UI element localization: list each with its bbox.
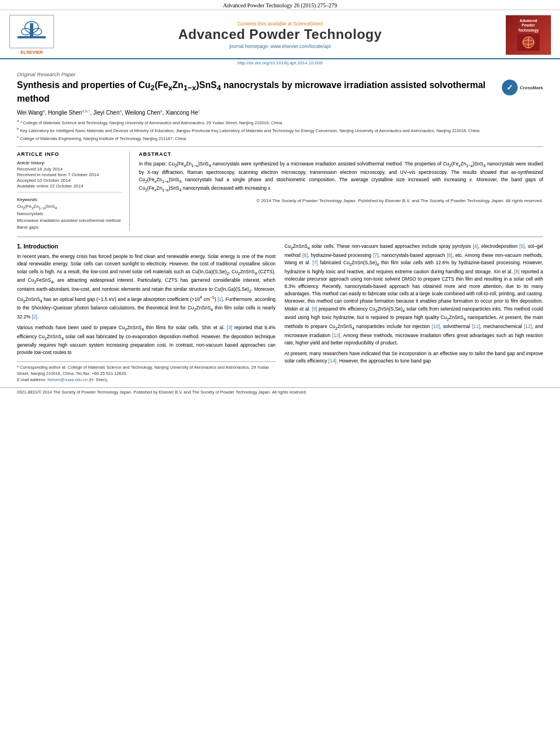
svg-rect-1	[30, 23, 33, 36]
keyword-3: Microwave irradiation assisted solvother…	[17, 217, 123, 224]
article-info-panel: ARTICLE INFO Article history: Received 1…	[17, 151, 130, 231]
journal-ref: Advanced Powder Technology 26 (2015) 275…	[223, 2, 337, 8]
abstract-text: In this paper, Cu2(FexZn1−x)SnS4 nanocry…	[139, 160, 543, 194]
doi-bar[interactable]: http://dx.doi.org/10.1016/j.apt.2014.10.…	[0, 59, 560, 67]
affiliation-b: b Key Laboratory for Intelligent Nano Ma…	[17, 126, 543, 134]
elsevier-logo: ELSEVIER	[9, 15, 54, 55]
section1-right-para1: Cu2ZnSnS4 solar cells. These non-vacuum …	[285, 243, 543, 347]
journal-logo-right: AdvancedPowderTechnology	[506, 15, 551, 55]
bottom-bar: 0921-8831/© 2014 The Society of Powder T…	[0, 387, 560, 396]
svg-rect-0	[18, 36, 46, 38]
history-label: Article history:	[17, 160, 123, 165]
abstract-panel: ABSTRACT In this paper, Cu2(FexZn1−x)SnS…	[139, 151, 543, 231]
body-two-col: 1. Introduction In recent years, the ene…	[17, 243, 543, 383]
keyword-1: Cu2(FexZn1−x)SnS4	[17, 203, 123, 211]
affiliation-c: c College of Materials Engineering, Nanj…	[17, 134, 543, 142]
keyword-2: Nanocrystals	[17, 211, 123, 217]
accepted-date: Accepted 10 October 2014	[17, 178, 123, 183]
keyword-4: Band gaps	[17, 224, 123, 231]
crossmark-icon: ✓	[502, 80, 518, 95]
online-date: Available online 22 October 2014	[17, 184, 123, 189]
journal-header: ELSEVIER Contents lists available at Sci…	[0, 10, 560, 59]
journal-center: Contents lists available at ScienceDirec…	[54, 21, 506, 49]
body-right-col: Cu2ZnSnS4 solar cells. These non-vacuum …	[285, 243, 543, 383]
issn-text: 0921-8831/© 2014 The Society of Powder T…	[17, 390, 307, 395]
svg-point-4	[33, 28, 42, 35]
received-date: Received 18 July 2014	[17, 167, 123, 172]
content-area: Original Research Paper Synthesis and pr…	[0, 67, 560, 387]
article-info-abstract: ARTICLE INFO Article history: Received 1…	[17, 146, 543, 231]
body-left-col: 1. Introduction In recent years, the ene…	[17, 243, 275, 383]
journal-homepage: journal homepage: www.elsevier.com/locat…	[54, 43, 506, 49]
elsevier-box	[9, 15, 54, 49]
section-divider	[17, 237, 543, 237]
top-bar: Advanced Powder Technology 26 (2015) 275…	[0, 0, 560, 10]
journal-title: Advanced Powder Technology	[54, 27, 506, 42]
sciencedirect-link: Contents lists available at ScienceDirec…	[54, 21, 506, 27]
elsevier-label: ELSEVIER	[20, 50, 43, 55]
article-type: Original Research Paper	[17, 71, 543, 77]
keywords-label: Keywords:	[17, 197, 123, 202]
keywords-section: Keywords: Cu2(FexZn1−x)SnS4 Nanocrystals…	[17, 197, 123, 231]
footnote-email: E-mail address: hlshen@nuaa.edu.cn (H. S…	[17, 377, 275, 383]
footnote-corresponding: * Corresponding author at: College of Ma…	[17, 364, 275, 377]
title-row: Synthesis and properties of Cu2(FexZn1−x…	[17, 80, 543, 109]
footnote-divider	[17, 361, 275, 362]
crossmark-label: CrossMark	[520, 85, 543, 90]
svg-text:✓: ✓	[506, 84, 513, 92]
journal-logo-text: AdvancedPowderTechnology	[518, 19, 539, 33]
affiliations: a ᵃ College of Materials Science and Tec…	[17, 119, 543, 142]
section1-para2: Various methods have been used to prepar…	[17, 324, 275, 357]
section1-heading: 1. Introduction	[17, 243, 275, 250]
affiliation-a: a ᵃ College of Materials Science and Tec…	[17, 119, 543, 126]
article-info-heading: ARTICLE INFO	[17, 151, 123, 157]
section1-para1: In recent years, the energy crisis has f…	[17, 253, 275, 321]
abstract-heading: ABSTRACT	[139, 151, 543, 157]
crossmark[interactable]: ✓ CrossMark	[502, 80, 543, 95]
authors: Wei Wanga, Honglie Shena,b,*, Jieyi Chen…	[17, 109, 543, 116]
revised-date: Received in revised form 7 October 2014	[17, 172, 123, 177]
copyright-text: © 2014 The Society of Powder Technology …	[139, 198, 543, 204]
section1-right-para2: At present, many researchers have indica…	[285, 350, 543, 365]
article-title: Synthesis and properties of Cu2(FexZn1−x…	[17, 80, 493, 104]
svg-point-3	[21, 28, 30, 35]
